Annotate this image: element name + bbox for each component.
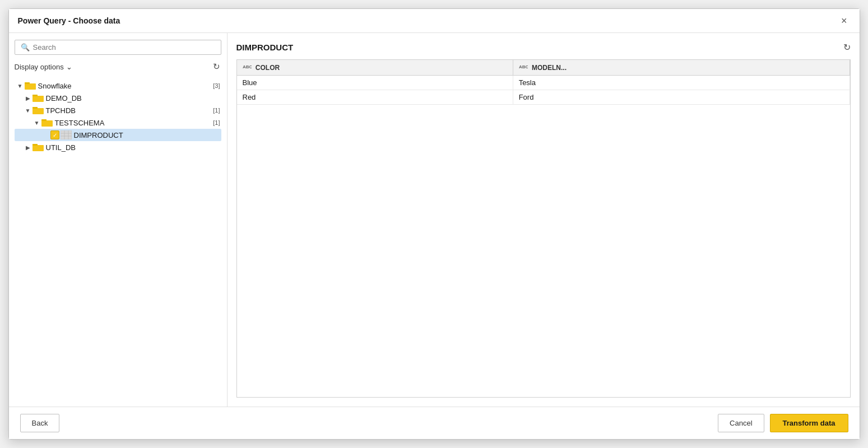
col-header-modelname: ABC MODELN... xyxy=(513,60,850,76)
col-modelname-label: MODELN... xyxy=(532,64,567,72)
cell-model-1: Tesla xyxy=(513,76,850,90)
search-input[interactable] xyxy=(33,43,215,52)
title-bar: Power Query - Choose data × xyxy=(9,9,860,33)
cell-color-2: Red xyxy=(237,90,513,105)
table-row: Blue Tesla xyxy=(237,76,850,90)
svg-rect-12 xyxy=(61,130,72,139)
col-header-color: ABC COLOR xyxy=(237,60,513,76)
tree-item-tpchdb[interactable]: ▼ TPCHDB [1] xyxy=(15,104,221,116)
testschema-label: TESTSCHEMA xyxy=(55,119,211,127)
col-type-icon: ABC xyxy=(519,63,528,70)
expand-icon: ▶ xyxy=(24,95,33,101)
cell-model-2: Ford xyxy=(513,90,850,105)
footer-right: Cancel Transform data xyxy=(718,414,848,432)
svg-text:ABC: ABC xyxy=(243,64,252,69)
display-options-button[interactable]: Display options ⌄ xyxy=(15,63,72,71)
svg-rect-2 xyxy=(25,82,30,84)
demo-db-label: DEMO_DB xyxy=(46,94,220,102)
transform-data-button[interactable]: Transform data xyxy=(770,414,848,432)
svg-rect-11 xyxy=(41,119,47,121)
tree-item-testschema[interactable]: ▼ TESTSCHEMA [1] xyxy=(15,116,221,129)
collapse-icon: ▼ xyxy=(24,108,33,114)
data-table-wrapper: ABC COLOR ABC xyxy=(236,59,851,398)
cancel-button[interactable]: Cancel xyxy=(718,414,764,432)
snowflake-label: Snowflake xyxy=(38,82,211,90)
data-table: ABC COLOR ABC xyxy=(237,60,850,105)
dialog-title: Power Query - Choose data xyxy=(18,16,120,25)
back-button[interactable]: Back xyxy=(20,414,60,432)
display-options-row: Display options ⌄ ↻ xyxy=(15,59,221,74)
util-db-label: UTIL_DB xyxy=(46,143,220,152)
col-type-icon: ABC xyxy=(243,63,252,70)
tpchdb-badge: [1] xyxy=(213,107,220,114)
folder-icon xyxy=(33,94,44,102)
chevron-down-icon: ⌄ xyxy=(66,63,72,71)
display-options-label: Display options xyxy=(15,63,64,71)
folder-icon xyxy=(33,143,44,152)
tree-item-util-db[interactable]: ▶ UTIL_DB xyxy=(15,141,221,153)
table-icon xyxy=(61,130,72,139)
footer-left: Back xyxy=(20,414,60,432)
preview-title: DIMPRODUCT xyxy=(236,43,294,52)
preview-header: DIMPRODUCT ↻ xyxy=(236,42,851,53)
tree-item-dimproduct[interactable]: ✓ DIMPRODUCT xyxy=(15,129,221,141)
expand-icon: ▶ xyxy=(24,144,33,151)
footer: Back Cancel Transform data xyxy=(9,407,860,439)
right-panel: DIMPRODUCT ↻ ABC COLO xyxy=(228,33,860,407)
check-icon: ✓ xyxy=(50,130,59,139)
tpchdb-label: TPCHDB xyxy=(46,106,211,115)
tree-item-snowflake[interactable]: ▼ Snowflake [3] xyxy=(15,80,221,92)
svg-rect-5 xyxy=(33,95,38,96)
dimproduct-label: DIMPRODUCT xyxy=(74,131,220,139)
svg-rect-8 xyxy=(33,107,38,109)
svg-text:ABC: ABC xyxy=(519,64,528,69)
dialog-body: 🔍 Display options ⌄ ↻ ▼ xyxy=(9,33,860,407)
close-button[interactable]: × xyxy=(838,15,851,27)
search-box: 🔍 xyxy=(15,40,221,55)
preview-refresh-button[interactable]: ↻ xyxy=(843,42,851,53)
left-panel: 🔍 Display options ⌄ ↻ ▼ xyxy=(9,33,228,407)
folder-icon xyxy=(41,118,53,127)
search-icon: 🔍 xyxy=(21,43,30,52)
folder-icon xyxy=(25,81,36,90)
snowflake-badge: [3] xyxy=(213,82,220,89)
table-row: Red Ford xyxy=(237,90,850,105)
col-color-label: COLOR xyxy=(256,64,280,72)
folder-icon xyxy=(33,106,44,115)
dialog: Power Query - Choose data × 🔍 Display op… xyxy=(8,8,860,440)
table-header-row: ABC COLOR ABC xyxy=(237,60,850,76)
tree-container: ▼ Snowflake [3] ▶ xyxy=(15,80,221,400)
collapse-icon: ▼ xyxy=(33,120,41,126)
collapse-icon: ▼ xyxy=(16,83,25,89)
tree-item-demo-db[interactable]: ▶ DEMO_DB xyxy=(15,92,221,104)
cell-color-1: Blue xyxy=(237,76,513,90)
left-panel-refresh-button[interactable]: ↻ xyxy=(212,60,221,73)
testschema-badge: [1] xyxy=(213,119,220,126)
svg-rect-19 xyxy=(33,144,38,146)
